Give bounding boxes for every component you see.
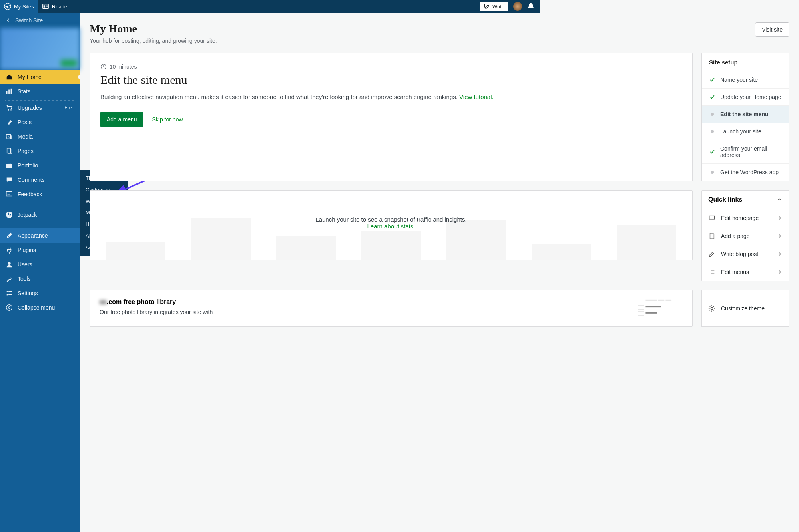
sidebar-item-stats[interactable]: Stats [0,84,80,99]
add-menu-button[interactable]: Add a menu [100,112,143,127]
jetpack-icon [6,211,13,218]
stats-card: Launch your site to see a snapshot of tr… [90,190,540,260]
collapse-icon [6,304,13,311]
reader-label: Reader [52,4,69,10]
sidebar-item-label: My Home [18,74,42,80]
sidebar-item-collapse-menu[interactable]: Collapse menu [0,300,80,315]
svg-rect-2 [43,5,45,7]
stats-icon [6,88,13,95]
switch-site-button[interactable]: Switch Site [0,13,80,28]
sidebar-item-label: Users [18,261,32,268]
svg-rect-20 [7,291,8,292]
sidebar-item-comments[interactable]: Comments [0,173,80,187]
avatar[interactable] [513,2,522,11]
feedback-icon [6,191,13,198]
task-card: 10 minutes Edit the site menu Building a… [90,53,540,181]
clock-icon [100,64,107,70]
settings-icon [6,290,13,297]
svg-point-19 [8,262,10,265]
svg-point-24 [6,305,12,310]
svg-rect-5 [6,91,8,94]
task-title: Edit the site menu [100,73,540,87]
skip-link[interactable]: Skip for now [152,116,183,123]
sidebar-item-label: Appearance [18,232,48,239]
reader-icon [42,3,49,10]
sidebar-item-label: Tools [18,276,31,282]
sidebar-item-label: Portfolio [18,162,38,169]
page-header: My Home Your hub for posting, editing, a… [90,22,540,44]
site-preview[interactable] [0,28,80,70]
pin-icon [6,119,13,126]
svg-rect-13 [6,164,12,168]
sidebar-item-label: Upgrades [18,105,42,111]
photo-card-title: ss.com free photo library [100,298,540,306]
comments-icon [6,176,13,183]
svg-rect-12 [7,148,11,153]
sidebar-item-label: Settings [18,290,38,296]
reader-button[interactable]: Reader [38,0,73,13]
stats-link[interactable]: Learn about stats. [367,223,415,230]
my-sites-label: My Sites [14,4,34,10]
sidebar-item-label: Comments [18,177,45,183]
sidebar-badge: Free [64,105,74,111]
svg-point-18 [6,212,12,218]
sidebar-item-feedback[interactable]: Feedback [0,187,80,201]
svg-rect-6 [8,90,10,94]
main-content: My Home Your hub for posting, editing, a… [80,13,540,360]
svg-rect-15 [6,192,12,196]
media-icon [6,133,13,140]
sidebar-item-label: Media [18,133,33,140]
chevron-left-icon [6,18,11,23]
sidebar-item-label: Jetpack [18,212,37,218]
topbar-left: My Sites Reader [0,0,73,13]
photo-card-desc: Our free photo library integrates your s… [100,309,540,315]
wrench-icon [6,275,13,282]
sidebar-item-label: Collapse menu [18,304,55,311]
switch-site-label: Switch Site [15,17,43,24]
topbar: My Sites Reader Write [0,0,540,13]
task-duration: 10 minutes [100,64,540,70]
svg-point-9 [10,109,12,111]
sidebar-item-plugins[interactable]: Plugins [0,243,80,257]
pages-icon [6,147,13,155]
sidebar-item-pages[interactable]: Pages [0,144,80,158]
sidebar-item-users[interactable]: Users [0,257,80,272]
sidebar-item-upgrades[interactable]: UpgradesFree [0,101,80,115]
sidebar: Switch Site My HomeStatsUpgradesFreePost… [0,13,80,360]
duration-text: 10 minutes [110,64,137,70]
photo-library-card: ss.com free photo library Our free photo… [90,290,540,327]
sidebar-item-my-home[interactable]: My Home [0,70,80,84]
sidebar-item-tools[interactable]: Tools [0,272,80,286]
page-title: My Home [90,22,217,35]
sidebar-item-settings[interactable]: Settings [0,286,80,300]
task-actions: Add a menu Skip for now [100,112,540,127]
home-icon [6,73,13,81]
portfolio-icon [6,162,13,169]
notifications-icon[interactable] [527,2,535,10]
my-sites-button[interactable]: My Sites [0,0,38,13]
stats-text: Launch your site to see a snapshot of tr… [315,216,466,223]
write-button[interactable]: Write [480,2,508,11]
wordpress-icon [4,3,11,10]
sidebar-item-posts[interactable]: Posts [0,115,80,129]
svg-rect-7 [11,89,12,94]
sidebar-item-label: Stats [18,88,30,95]
sidebar-item-label: Plugins [18,247,36,253]
sidebar-item-appearance[interactable]: Appearance [0,228,80,243]
sidebar-item-media[interactable]: Media [0,129,80,144]
topbar-right: Write [480,2,540,11]
sidebar-item-portfolio[interactable]: Portfolio [0,158,80,173]
user-icon [6,261,13,268]
sidebar-item-label: Feedback [18,191,42,197]
svg-rect-14 [8,163,10,164]
view-tutorial-link[interactable]: View tutorial. [459,93,494,100]
sidebar-item-label: Pages [18,148,34,154]
cart-icon [6,104,13,111]
sidebar-item-jetpack[interactable]: Jetpack [0,208,80,222]
write-icon [484,3,490,10]
brush-icon [6,232,13,239]
task-description: Building an effective navigation menu ma… [100,92,540,101]
svg-rect-21 [7,294,8,296]
sidebar-item-label: Posts [18,119,32,125]
svg-point-8 [8,109,9,111]
